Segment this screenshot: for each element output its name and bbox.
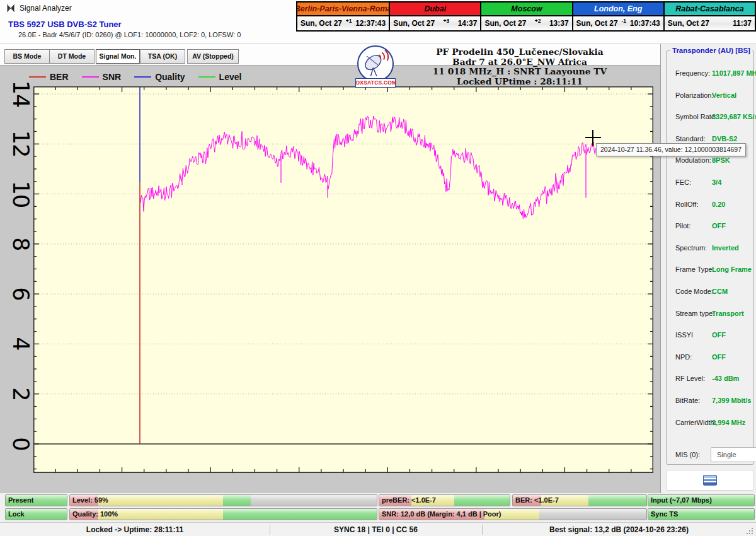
clock-city-3: London, Eng [572, 3, 663, 16]
clock-time-1: Sun, Oct 27+314:37 [389, 16, 480, 30]
header-line-2: Badr 7 at 26.0°E_NW Africa [397, 57, 643, 67]
field-label-9: Frame Type: [675, 265, 714, 273]
field-label-1: Polarization: [675, 91, 714, 99]
header-line-1: PF Prodelin 450_Lučenec/Slovakia [397, 47, 643, 57]
clock-city-4: Rabat-Casablanca [663, 3, 755, 16]
statusbar-cell-1: SYNC 18 | TEI 0 | CC 56 [270, 523, 482, 536]
logo-text: DXSATCS.COM [355, 78, 396, 88]
y-tick-label-8: 8 [8, 237, 33, 250]
field-value-12: OFF [712, 331, 726, 339]
meter-present: Present [5, 494, 67, 506]
station-header: PF Prodelin 450_Lučenec/Slovakia Badr 7 … [397, 47, 643, 86]
field-value-3: DVB-S2 [712, 135, 737, 143]
meter-label-snr: SNR: 12,0 dB (Margin: 4,1 dB | Poor) [382, 509, 501, 519]
field-label-11: Stream type: [675, 310, 714, 317]
meter-label-quality: Quality: 100% [72, 509, 118, 519]
field-label-5: FEC: [675, 178, 691, 186]
meter-label-syncts: Sync TS [651, 509, 678, 519]
meter-ber: BER: <1.0E-7 [512, 494, 647, 506]
value-tooltip: 2024-10-27 11.36.46, value: 12,100000381… [596, 143, 746, 156]
field-value-8: Inverted [712, 244, 739, 252]
field-value-16: 3,994 MHz [712, 419, 745, 426]
tab-bs-mode[interactable]: BS Mode [4, 49, 50, 64]
field-value-4: 8PSK [712, 156, 730, 164]
field-label-14: RF Level: [675, 375, 705, 382]
header-line-3: 11 018 MHz_H : SNRT Laayoune TV [397, 67, 643, 77]
signal-meters: PresentLevel: 59%preBER: <1.0E-7BER: <1.… [0, 493, 756, 522]
statusbar-divider [270, 525, 270, 535]
window-title: Signal Analyzer [20, 4, 72, 13]
meter-input: Input (~7,07 Mbps) [648, 494, 755, 506]
clock-city-1: Dubai [389, 3, 480, 16]
y-tick-label-14: 14 [8, 81, 33, 108]
logo-dish-icon [357, 45, 394, 82]
field-label-0: Frequency: [675, 69, 710, 77]
meter-lock: Lock [5, 508, 67, 520]
meter-quality: Quality: 100% [69, 508, 377, 520]
field-label-4: Modulation: [675, 156, 711, 164]
tab-signal-mon-[interactable]: Signal Mon. [96, 49, 140, 64]
statusbar-cell-0: Locked -> Uptime: 28:11:11 [0, 523, 270, 536]
snr-plot[interactable] [33, 86, 653, 473]
meter-label-ber: BER: <1.0E-7 [515, 495, 559, 505]
meter-snr: SNR: 12,0 dB (Margin: 4,1 dB | Poor) [379, 508, 647, 520]
transponder-title: Transponder (AU) [BS] [670, 47, 752, 54]
tab-dt-mode[interactable]: DT Mode [49, 49, 94, 64]
meter-label-present: Present [8, 495, 33, 505]
legend-line-quality [134, 76, 151, 78]
tab-tsa-ok-[interactable]: TSA (OK) [140, 49, 185, 64]
field-value-5: 3/4 [712, 178, 721, 186]
mis-dropdown[interactable]: Single ▾ [711, 447, 756, 462]
field-value-1: Vertical [712, 91, 736, 99]
meter-label-level: Level: 59% [72, 495, 108, 505]
field-value-6: 0.20 [712, 201, 725, 208]
transponder-groupbox: Transponder (AU) [BS] Frequency:11017,89… [666, 50, 754, 465]
meter-level: Level: 59% [69, 494, 377, 506]
chart-legend: BERSNRQualityLevel [29, 69, 255, 84]
field-label-16: CarrierWidth: [675, 419, 716, 426]
legend-label-quality: Quality [155, 72, 185, 82]
y-tick-label-4: 4 [8, 337, 33, 351]
y-tick-label-12: 12 [8, 131, 33, 158]
y-tick-label-2: 2 [8, 387, 33, 400]
field-value-2: 3329,687 KS/s [712, 113, 756, 120]
status-bar: Locked -> Uptime: 28:11:11SYNC 18 | TEI … [0, 522, 756, 536]
field-value-15: 7,399 Mbit/s [712, 397, 751, 404]
legend-label-level: Level [219, 72, 242, 82]
plot-background [33, 86, 653, 473]
tab-av-stopped-[interactable]: AV (Stopped) [187, 49, 239, 64]
clock-time-0: Sun, Oct 27+112:37:43 [297, 16, 389, 30]
legend-line-level [198, 76, 215, 78]
field-label-2: Symbol Rate: [675, 113, 717, 120]
field-value-11: Transport [712, 310, 744, 317]
clock-city-2: Moscow [480, 3, 571, 16]
field-label-6: RollOff: [675, 201, 698, 208]
meter-gloss [70, 495, 377, 506]
field-value-10: CCM [712, 288, 728, 295]
field-label-12: ISSYI [675, 331, 693, 339]
app-icon [6, 3, 16, 13]
field-label-15: BitRate: [675, 397, 700, 404]
meter-preber: preBER: <1.0E-7 [379, 494, 510, 506]
clock-time-2: Sun, Oct 27+213:37 [480, 16, 571, 30]
stream-list-button[interactable] [666, 470, 754, 491]
resize-grip-icon[interactable] [747, 528, 748, 529]
meter-label-lock: Lock [8, 509, 25, 519]
y-tick-label-10: 10 [8, 180, 33, 207]
mis-label: MIS (0): [675, 451, 700, 458]
legend-label-ber: BER [50, 72, 69, 82]
field-value-13: OFF [712, 353, 726, 361]
field-value-0: 11017,897 MHz [712, 69, 756, 77]
crosshair-cursor [592, 130, 593, 146]
meter-syncts: Sync TS [648, 508, 755, 520]
clock-time-4: Sun, Oct 2711:37 [663, 16, 755, 30]
header-line-4: Locked UPtime : 28:11:11 [397, 77, 643, 87]
transponder-panel: Transponder (AU) [BS] Frequency:11017,89… [660, 44, 756, 493]
legend-line-ber [29, 76, 46, 78]
field-label-8: Spectrum: [675, 244, 707, 252]
field-label-7: Pilot: [675, 222, 690, 230]
clock-time-3: Sun, Oct 27-110:37:43 [572, 16, 663, 30]
clock-city-0: Berlin-Paris-Vienna-Roma [297, 3, 389, 16]
tuner-detail: 26.0E - Badr 4/5/6/7 (ID: 0260) @ LOF1: … [18, 31, 241, 38]
mis-value: Single [717, 451, 736, 458]
